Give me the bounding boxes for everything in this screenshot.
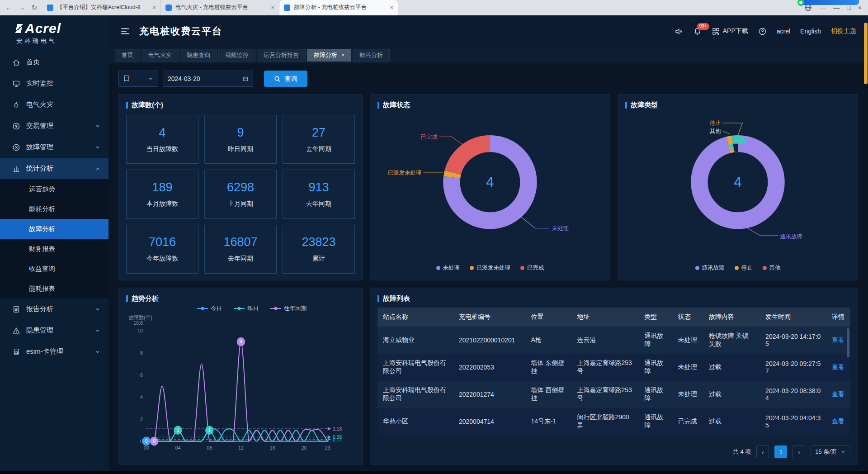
page-scrollbar-thumb[interactable] — [864, 23, 868, 84]
tab-close-icon[interactable]: × — [271, 4, 274, 11]
svg-text:00: 00 — [144, 445, 149, 450]
browser-tab[interactable]: 电气火灾 - 充电桩收费云平台× — [161, 0, 279, 15]
sidebar-subitem-收益查询[interactable]: 收益查询 — [0, 259, 108, 279]
browser-reload-button[interactable]: ↻ — [28, 1, 41, 14]
donut-callout-label: 已派发未处理 — [388, 170, 422, 176]
page-tab-视频监控[interactable]: 视频监控 — [218, 49, 255, 62]
page-tab-首页[interactable]: 首页 — [115, 49, 140, 62]
sidebar-subitem-财务报表[interactable]: 财务报表 — [0, 239, 108, 259]
search-button[interactable]: 查询 — [264, 71, 307, 87]
sidebar-subitem-能耗报表[interactable]: 能耗报表 — [0, 279, 108, 299]
svg-text:10: 10 — [137, 328, 143, 333]
sidebar-item-隐患管理[interactable]: 隐患管理 — [0, 320, 108, 341]
column-header-发生时间: 发生时间 — [760, 308, 826, 327]
legend-item-已派发未处理[interactable]: 已派发未处理 — [470, 264, 510, 272]
username[interactable]: acrel — [777, 28, 790, 35]
notifications-button[interactable]: 99+ — [693, 27, 702, 36]
sidebar-item-label: 统计分析 — [26, 164, 89, 173]
table-scrollbar-thumb[interactable] — [847, 328, 849, 357]
page-size-select[interactable]: 15 条/页 — [811, 446, 850, 458]
trend-line-往年同期 — [146, 342, 328, 441]
sidebar-item-实时监控[interactable]: 实时监控 — [0, 73, 108, 94]
svg-text:16: 16 — [270, 445, 275, 450]
help-icon[interactable] — [758, 27, 767, 36]
trend-legend-昨日[interactable]: 昨日 — [234, 305, 259, 313]
transaction-icon — [12, 122, 20, 130]
cell-发生时间: 2024-03-20 08:38:04 — [760, 381, 826, 408]
column-header-类型: 类型 — [639, 308, 672, 327]
window-close-button[interactable]: × — [858, 4, 862, 11]
view-detail-link[interactable]: 查看 — [832, 417, 844, 425]
page-tab-隐患查询[interactable]: 隐患查询 — [180, 49, 217, 62]
legend-item-已完成[interactable]: 已完成 — [520, 264, 544, 272]
page-tab-故障分析[interactable]: 故障分析× — [307, 49, 351, 62]
view-detail-link[interactable]: 查看 — [832, 363, 844, 370]
trend-marker: 0 — [150, 437, 158, 446]
browser-tab[interactable]: 【平台介绍】安科瑞AcrelCloud-9× — [42, 0, 161, 15]
chevron-down-icon — [95, 123, 100, 129]
svg-text:0: 0 — [153, 438, 156, 444]
tab-close-icon[interactable]: × — [341, 52, 344, 58]
view-detail-link[interactable]: 查看 — [832, 336, 844, 343]
legend-item-停止[interactable]: 停止 — [735, 264, 753, 272]
stat-box: 189本月故障数 — [126, 170, 198, 218]
sidebar-subitem-运营趋势[interactable]: 运营趋势 — [0, 179, 108, 199]
cell-充电桩编号: 2020004714 — [453, 408, 525, 435]
tab-close-icon[interactable]: × — [152, 4, 156, 11]
cell-发生时间: 2024-03-20 14:17:05 — [760, 327, 826, 354]
cell-故障内容: 过载 — [703, 354, 760, 381]
next-page-button[interactable]: › — [793, 446, 805, 458]
cell-地址: 上海嘉定育绿路253号 — [571, 381, 639, 408]
svg-text:2: 2 — [140, 417, 143, 422]
cell-故障内容: 枪锁故障 关锁失败 — [703, 327, 760, 354]
cell-detail: 查看 — [826, 408, 850, 435]
search-icon — [274, 76, 281, 82]
sidebar-item-label: esim-卡管理 — [26, 347, 89, 356]
sidebar-item-交易管理[interactable]: 交易管理 — [0, 115, 108, 137]
period-select[interactable]: 日 — [118, 71, 158, 87]
trend-legend-今日[interactable]: 今日 — [197, 305, 222, 313]
sidebar-item-故障管理[interactable]: 故障管理 — [0, 137, 108, 158]
donut-center-value: 4 — [734, 174, 741, 190]
tab-close-icon[interactable]: × — [390, 4, 393, 11]
sidebar-item-统计分析[interactable]: 统计分析 — [0, 158, 108, 179]
current-page[interactable]: 1 — [774, 446, 787, 458]
donut-center-value: 4 — [486, 174, 494, 190]
browser-back-button[interactable]: ← — [3, 1, 15, 14]
page-tab-能耗分析[interactable]: 能耗分析 — [353, 49, 390, 62]
view-detail-link[interactable]: 查看 — [832, 390, 844, 398]
sidebar-subitem-能耗分析[interactable]: 能耗分析 — [0, 199, 108, 219]
prev-page-button[interactable]: ‹ — [756, 446, 769, 458]
sidebar-subitem-故障分析[interactable]: 故障分析 — [0, 219, 108, 239]
collapse-menu-icon[interactable] — [120, 26, 130, 36]
theme-switch[interactable]: 切换主题 — [831, 27, 856, 35]
app-download-button[interactable]: APP下载 — [712, 27, 748, 36]
mute-icon[interactable] — [675, 27, 683, 36]
date-picker[interactable]: 2024-03-20 — [163, 71, 253, 87]
column-header-故障内容: 故障内容 — [703, 308, 760, 327]
sidebar-item-label: 实时监控 — [26, 79, 100, 88]
sidebar-item-电气火灾[interactable]: 电气火灾 — [0, 94, 108, 115]
legend-item-其他[interactable]: 其他 — [763, 264, 781, 272]
page-tab-运营分析报告[interactable]: 运营分析报告 — [257, 49, 306, 62]
legend-item-未处理[interactable]: 未处理 — [436, 264, 460, 272]
chevron-down-icon — [95, 328, 100, 333]
page-tab-电气火灾[interactable]: 电气火灾 — [142, 49, 179, 62]
legend-item-通讯故障[interactable]: 通讯故障 — [695, 264, 725, 272]
trend-legend-往年同期[interactable]: 往年同期 — [270, 305, 307, 313]
stat-box: 23823累计 — [283, 225, 355, 274]
sidebar-menu: 首页实时监控电气火灾交易管理故障管理统计分析运营趋势能耗分析故障分析财务报表收益… — [0, 52, 108, 474]
stat-box: 7016今年故障数 — [126, 225, 198, 274]
browser-forward-button[interactable]: → — [15, 1, 28, 14]
language-switch[interactable]: English — [800, 28, 821, 35]
cell-位置: 墙体 东侧壁挂 — [525, 354, 571, 381]
stat-label: 去年同期 — [306, 145, 331, 153]
cell-充电桩编号: 2021022000010201 — [453, 327, 525, 354]
sidebar-item-报告分析[interactable]: 报告分析 — [0, 299, 108, 320]
legend-label: 通讯故障 — [702, 264, 725, 272]
browser-tab[interactable]: 故障分析 - 充电桩收费云平台× — [279, 0, 398, 15]
fault-type-card: 故障类型 4停止其他通讯故障 通讯故障停止其他 — [618, 94, 858, 280]
app-header: 充电桩收费云平台 99+ APP下 — [108, 15, 868, 47]
sidebar-item-首页[interactable]: 首页 — [0, 52, 108, 73]
sidebar-item-esim-卡管理[interactable]: esim-卡管理 — [0, 341, 108, 362]
